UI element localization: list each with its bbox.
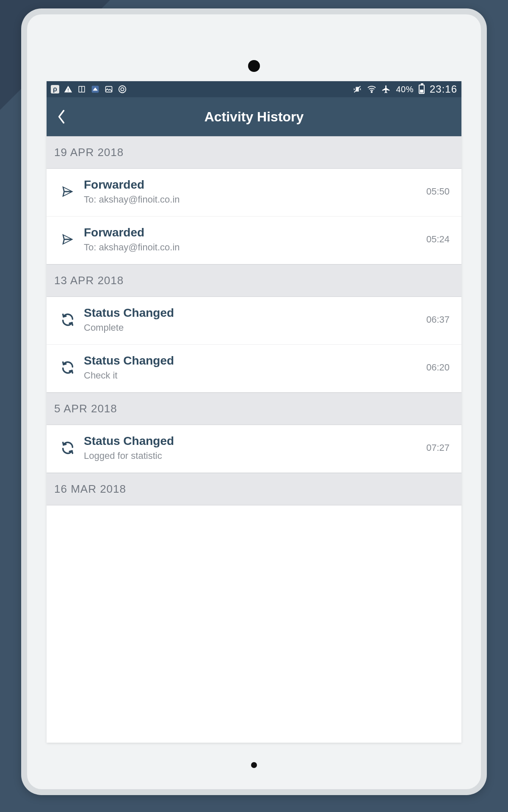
app-icon bbox=[91, 85, 100, 94]
status-left-icons: ρ bbox=[51, 85, 127, 94]
sync-icon bbox=[55, 360, 80, 375]
chevron-left-icon bbox=[57, 109, 66, 124]
image-icon bbox=[104, 85, 113, 94]
section-header: 13 APR 2018 bbox=[47, 264, 461, 297]
section-header: 19 APR 2018 bbox=[47, 136, 461, 169]
clock-time: 23:16 bbox=[430, 83, 457, 95]
app-header: Activity History bbox=[47, 97, 461, 136]
back-button[interactable] bbox=[47, 97, 76, 136]
camera-icon bbox=[118, 85, 127, 94]
tablet-home-indicator bbox=[251, 762, 257, 768]
section-header: 16 MAR 2018 bbox=[47, 473, 461, 505]
battery-percent: 40% bbox=[396, 85, 414, 94]
wifi-icon bbox=[367, 85, 376, 94]
svg-point-4 bbox=[119, 86, 126, 93]
vibrate-icon bbox=[353, 85, 362, 94]
list-item-body: Status Changed Complete bbox=[80, 306, 426, 333]
list-item-title: Forwarded bbox=[84, 178, 426, 192]
list-item-body: Status Changed Logged for statistic bbox=[80, 434, 426, 461]
send-icon bbox=[55, 232, 80, 247]
tablet-frame-inner: ρ bbox=[27, 14, 481, 789]
android-status-bar: ρ bbox=[47, 81, 461, 97]
list-item-title: Forwarded bbox=[84, 226, 426, 239]
tablet-camera bbox=[248, 60, 260, 72]
send-icon bbox=[55, 184, 80, 199]
sync-icon bbox=[55, 313, 80, 327]
list-item[interactable]: Status Changed Check it 06:20 bbox=[47, 345, 461, 392]
sync-icon bbox=[55, 441, 80, 455]
list-item-time: 06:37 bbox=[426, 314, 453, 325]
list-item-subtitle: To: akshay@finoit.co.in bbox=[84, 242, 426, 253]
status-right-icons: 40% 23:16 bbox=[353, 83, 457, 95]
list-item-title: Status Changed bbox=[84, 306, 426, 320]
list-item-subtitle: To: akshay@finoit.co.in bbox=[84, 194, 426, 205]
list-item-time: 06:20 bbox=[426, 362, 453, 373]
battery-icon bbox=[419, 85, 425, 94]
svg-point-7 bbox=[371, 91, 373, 93]
list-item-time: 05:24 bbox=[426, 234, 453, 245]
warning-icon bbox=[64, 85, 73, 94]
activity-list[interactable]: 19 APR 2018 Forwarded To: akshay@finoit.… bbox=[47, 136, 461, 743]
panel-icon bbox=[77, 85, 86, 94]
list-item[interactable]: Status Changed Complete 06:37 bbox=[47, 297, 461, 345]
list-item-time: 05:50 bbox=[426, 186, 453, 197]
list-item-body: Forwarded To: akshay@finoit.co.in bbox=[80, 178, 426, 205]
svg-point-5 bbox=[121, 88, 124, 91]
list-item[interactable]: Status Changed Logged for statistic 07:2… bbox=[47, 425, 461, 473]
list-item-body: Forwarded To: akshay@finoit.co.in bbox=[80, 226, 426, 253]
list-item-subtitle: Complete bbox=[84, 322, 426, 333]
page-title: Activity History bbox=[47, 109, 461, 125]
list-item-subtitle: Logged for statistic bbox=[84, 450, 426, 461]
list-item-title: Status Changed bbox=[84, 354, 426, 368]
tablet-frame-outer: ρ bbox=[21, 8, 487, 795]
list-item[interactable]: Forwarded To: akshay@finoit.co.in 05:24 bbox=[47, 217, 461, 264]
notification-icon: ρ bbox=[51, 85, 59, 93]
app-screen: ρ bbox=[47, 81, 461, 743]
airplane-icon bbox=[381, 85, 391, 94]
list-item-body: Status Changed Check it bbox=[80, 354, 426, 381]
section-header: 5 APR 2018 bbox=[47, 392, 461, 425]
list-item-title: Status Changed bbox=[84, 434, 426, 448]
list-item-time: 07:27 bbox=[426, 442, 453, 453]
list-item[interactable]: Forwarded To: akshay@finoit.co.in 05:50 bbox=[47, 169, 461, 217]
list-item-subtitle: Check it bbox=[84, 370, 426, 381]
